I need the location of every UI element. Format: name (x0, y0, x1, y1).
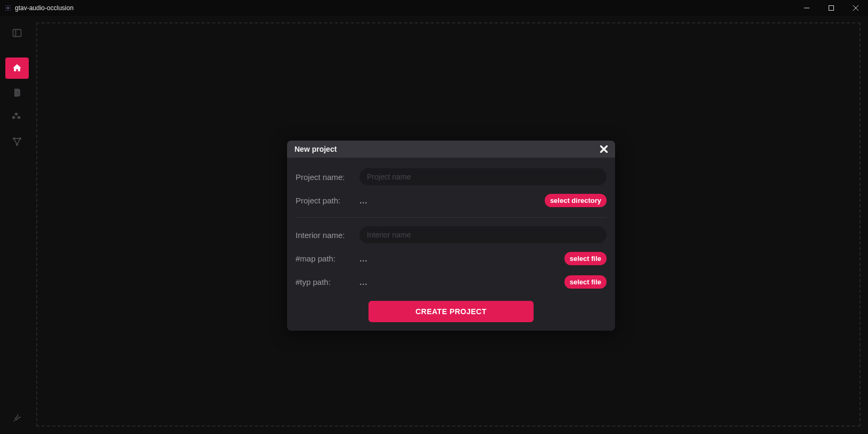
create-project-button[interactable]: CREATE PROJECT (369, 301, 534, 322)
project-path-value: ... (359, 196, 539, 205)
select-typ-file-button[interactable]: select file (564, 275, 607, 289)
svg-point-5 (17, 92, 18, 93)
select-directory-button[interactable]: select directory (545, 194, 607, 207)
project-name-input[interactable] (359, 168, 607, 185)
project-name-label: Project name: (296, 173, 354, 182)
modal-title: New project (294, 145, 337, 153)
window-close-button[interactable] (844, 0, 868, 16)
typ-path-label: #typ path: (296, 277, 354, 286)
window-title: gtav-audio-occlusion (15, 4, 73, 12)
interior-name-label: Interior name: (296, 231, 354, 240)
sidebar-item-settings[interactable] (5, 407, 29, 429)
sidebar-item-nodes[interactable] (5, 131, 29, 152)
new-project-modal: New project Project name: Project path: … (287, 141, 615, 331)
sidebar-item-door[interactable] (5, 82, 29, 103)
sidebar-item-panel[interactable] (5, 22, 29, 44)
sidebar-item-home[interactable] (5, 58, 29, 79)
sidebar-item-cubes[interactable] (5, 107, 29, 128)
interior-name-input[interactable] (359, 226, 607, 243)
window-minimize-button[interactable] (795, 0, 819, 16)
typ-path-value: ... (359, 277, 559, 286)
sidebar (0, 16, 34, 434)
map-path-value: ... (359, 254, 559, 263)
project-path-label: Project path: (296, 196, 354, 205)
divider (296, 217, 607, 218)
window-titlebar: gtav-audio-occlusion (0, 0, 868, 16)
svg-point-0 (7, 7, 9, 9)
select-map-file-button[interactable]: select file (564, 252, 607, 265)
window-maximize-button[interactable] (819, 0, 844, 16)
app-icon (4, 4, 12, 12)
map-path-label: #map path: (296, 254, 354, 263)
svg-rect-3 (13, 29, 21, 36)
svg-rect-2 (829, 6, 834, 11)
modal-close-button[interactable] (600, 145, 608, 153)
